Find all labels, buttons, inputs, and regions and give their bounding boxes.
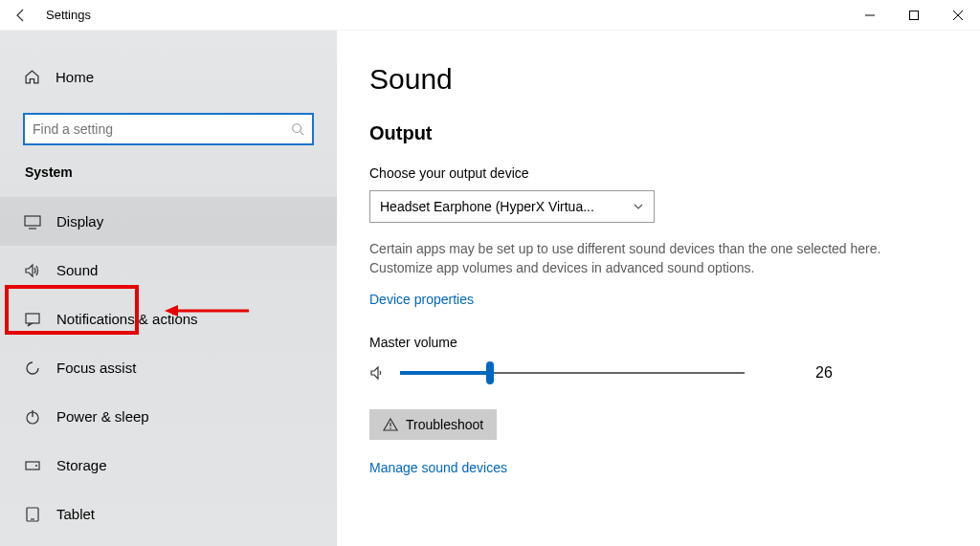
title-bar: Settings [0,0,980,31]
storage-icon [24,457,41,474]
main-content: Sound Output Choose your output device H… [337,31,980,546]
sidebar-item-home[interactable]: Home [0,57,337,96]
output-heading: Output [369,122,942,144]
nav-list: Display Sound Notifications & actions Fo… [0,197,337,538]
svg-rect-1 [910,11,919,19]
svg-point-16 [390,427,391,429]
home-icon [24,69,40,85]
troubleshoot-button[interactable]: Troubleshoot [369,409,497,440]
sidebar-item-label: Display [56,213,103,229]
warning-icon [383,417,398,432]
close-button[interactable] [936,0,980,31]
focus-icon [24,360,41,377]
sidebar-item-display[interactable]: Display [0,197,337,246]
output-device-label: Choose your output device [369,165,942,181]
manage-sound-devices-link[interactable]: Manage sound devices [369,460,507,475]
tablet-icon [24,506,41,523]
sidebar-item-label: Focus assist [56,360,136,376]
search-icon [291,122,304,136]
sidebar-item-tablet[interactable]: Tablet [0,490,337,538]
annotation-arrow [165,301,251,320]
speaker-icon[interactable] [369,364,387,382]
search-input[interactable] [33,121,291,137]
sidebar-item-storage[interactable]: Storage [0,441,337,490]
page-title: Sound [369,63,942,96]
display-icon [24,213,41,230]
search-input-container[interactable] [23,113,314,145]
troubleshoot-label: Troubleshoot [406,417,483,432]
home-label: Home [56,69,94,85]
maximize-button[interactable] [892,0,936,31]
svg-point-10 [35,465,37,467]
svg-point-2 [293,124,301,133]
sidebar-item-sound[interactable]: Sound [0,246,337,295]
minimize-button[interactable] [848,0,892,31]
volume-value: 26 [815,364,833,382]
notifications-icon [24,311,41,328]
master-volume-label: Master volume [369,335,942,350]
svg-rect-6 [26,314,39,323]
back-button[interactable] [0,0,42,31]
chevron-down-icon [633,201,644,212]
window-title: Settings [46,8,91,22]
sidebar-item-focus[interactable]: Focus assist [0,343,337,392]
sound-icon [24,262,41,279]
sidebar-category: System [0,164,337,180]
sidebar-item-label: Sound [56,262,98,278]
output-device-dropdown[interactable]: Headset Earphone (HyperX Virtua... [369,190,655,223]
svg-line-3 [301,132,304,136]
svg-marker-14 [165,305,178,317]
sidebar-item-label: Tablet [56,506,95,522]
device-properties-link[interactable]: Device properties [369,292,474,307]
output-description: Certain apps may be set up to use differ… [369,240,905,277]
output-device-value: Headset Earphone (HyperX Virtua... [380,199,594,214]
volume-slider[interactable] [400,361,745,384]
sidebar: Home System Display Sound [0,31,337,546]
power-icon [24,408,41,426]
svg-rect-4 [25,216,40,226]
sidebar-item-power[interactable]: Power & sleep [0,392,337,441]
sidebar-item-label: Storage [56,457,107,473]
sidebar-item-label: Power & sleep [56,408,149,425]
